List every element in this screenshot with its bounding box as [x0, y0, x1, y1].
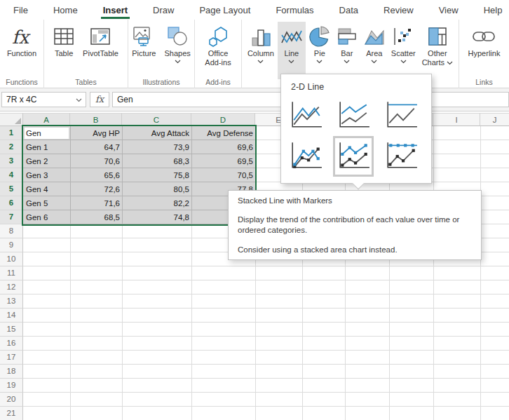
- cell[interactable]: 73,9: [123, 140, 189, 154]
- chevron-down-icon[interactable]: [371, 60, 377, 64]
- chevron-down-icon[interactable]: [288, 60, 294, 64]
- chevron-down-icon[interactable]: [257, 60, 264, 64]
- row-header-11[interactable]: 11: [0, 266, 23, 280]
- chevron-down-icon[interactable]: [447, 61, 453, 65]
- row-header-7[interactable]: 7: [0, 210, 23, 224]
- tab-review[interactable]: Review: [381, 0, 416, 20]
- row-header-20[interactable]: 20: [0, 393, 23, 407]
- cell[interactable]: Avg HP: [72, 126, 120, 140]
- column-header-d[interactable]: D: [191, 113, 255, 126]
- row-header-9[interactable]: 9: [0, 238, 23, 252]
- cell[interactable]: Gen 2: [26, 154, 68, 168]
- cell[interactable]: 71,6: [72, 196, 120, 210]
- stacked-line-with-markers-thumb[interactable]: [337, 140, 371, 171]
- column-header-b[interactable]: B: [70, 113, 122, 126]
- chevron-down-icon[interactable]: [344, 60, 350, 64]
- bar-chart-button[interactable]: Bar: [334, 22, 360, 79]
- group-links: Hyperlink Links: [459, 20, 509, 88]
- name-box-chevron-icon[interactable]: [76, 98, 82, 102]
- shapes-button[interactable]: Shapes: [161, 22, 193, 79]
- tab-page-layout[interactable]: Page Layout: [197, 0, 252, 20]
- row-header-1[interactable]: 1: [0, 126, 23, 140]
- line-with-markers-thumb[interactable]: [290, 140, 323, 171]
- area-chart-button[interactable]: Area: [361, 22, 388, 79]
- cell[interactable]: Gen 6: [26, 210, 68, 224]
- stacked-line-thumb[interactable]: [337, 100, 371, 130]
- chevron-down-icon[interactable]: [175, 60, 181, 64]
- cell[interactable]: Avg Attack: [123, 126, 189, 140]
- cell[interactable]: 68,3: [123, 154, 189, 168]
- hyperlink-button[interactable]: Hyperlink: [466, 22, 503, 79]
- row-header-19[interactable]: 19: [0, 379, 23, 393]
- tab-help[interactable]: Help: [482, 0, 505, 20]
- cell[interactable]: Avg Defense: [193, 126, 253, 140]
- 100-stacked-line-with-markers-thumb[interactable]: [385, 140, 419, 171]
- cell[interactable]: Gen: [26, 126, 68, 140]
- row-header-12[interactable]: 12: [0, 280, 23, 294]
- tab-draw[interactable]: Draw: [151, 0, 176, 20]
- office-addins-button[interactable]: Office Add-ins: [202, 22, 233, 79]
- cell[interactable]: Gen 1: [26, 140, 68, 154]
- row-header-6[interactable]: 6: [0, 196, 23, 210]
- function-button[interactable]: fx Function: [4, 22, 39, 79]
- cell[interactable]: 82,2: [123, 196, 189, 210]
- row-header-15[interactable]: 15: [0, 323, 23, 337]
- line-thumb[interactable]: [290, 100, 323, 130]
- tab-formulas[interactable]: Formulas: [273, 0, 315, 20]
- cell[interactable]: Gen 5: [26, 196, 68, 210]
- column-header-i[interactable]: I: [433, 113, 480, 126]
- cell[interactable]: 69,6: [193, 140, 253, 154]
- cell[interactable]: 74,8: [123, 210, 189, 224]
- row-header-13[interactable]: 13: [0, 294, 23, 309]
- row-header-21[interactable]: 21: [0, 407, 23, 420]
- row-header-5[interactable]: 5: [0, 182, 23, 196]
- row-header-14[interactable]: 14: [0, 309, 23, 323]
- picture-button[interactable]: Picture: [129, 22, 158, 79]
- cell[interactable]: 68,5: [72, 210, 120, 224]
- scatter-chart-button[interactable]: Scatter: [388, 22, 419, 79]
- column-header-a[interactable]: A: [23, 113, 70, 126]
- column-header-j[interactable]: J: [480, 113, 509, 126]
- select-all-corner[interactable]: [0, 113, 23, 126]
- row-header-10[interactable]: 10: [0, 252, 23, 266]
- row-header-18[interactable]: 18: [0, 365, 23, 379]
- cell[interactable]: 70,6: [72, 154, 120, 168]
- other-charts-icon: [427, 24, 448, 49]
- cell[interactable]: 75,8: [123, 168, 189, 182]
- other-charts-button[interactable]: Other Charts: [419, 22, 456, 79]
- cell[interactable]: Gen 3: [26, 168, 68, 182]
- line-chart-dropdown: 2-D Line: [280, 74, 432, 184]
- line-chart-button[interactable]: Line: [278, 22, 306, 79]
- chevron-down-icon[interactable]: [400, 60, 407, 64]
- table-button[interactable]: Table: [50, 22, 77, 79]
- row-header-16[interactable]: 16: [0, 337, 23, 351]
- tab-view[interactable]: View: [437, 0, 461, 20]
- cell[interactable]: 72,6: [72, 182, 120, 196]
- row-header-8[interactable]: 8: [0, 224, 23, 238]
- tooltip-note: Consider using a stacked area chart inst…: [238, 245, 472, 255]
- 100-stacked-line-thumb[interactable]: [385, 100, 419, 130]
- group-tables: Table PivotTable Tables: [44, 20, 128, 88]
- row-header-3[interactable]: 3: [0, 154, 23, 168]
- pivottable-button[interactable]: PivotTable: [80, 22, 121, 79]
- tab-insert[interactable]: Insert: [101, 0, 130, 20]
- insert-function-button[interactable]: fx: [90, 92, 109, 107]
- name-box[interactable]: [1, 92, 86, 107]
- row-header-17[interactable]: 17: [0, 351, 23, 365]
- tab-file[interactable]: File: [11, 0, 30, 20]
- cell[interactable]: 65,6: [72, 168, 120, 182]
- cell[interactable]: 80,5: [123, 182, 189, 196]
- chevron-down-icon[interactable]: [316, 60, 323, 64]
- column-header-c[interactable]: C: [122, 113, 191, 126]
- cell[interactable]: 69,5: [193, 154, 253, 168]
- cell[interactable]: Gen 4: [26, 182, 68, 196]
- cell[interactable]: 70,5: [193, 168, 253, 182]
- column-chart-button[interactable]: Column: [245, 22, 277, 79]
- cell[interactable]: 64,7: [72, 140, 120, 154]
- row-header-2[interactable]: 2: [0, 140, 23, 154]
- tab-home[interactable]: Home: [51, 0, 80, 20]
- pie-chart-button[interactable]: Pie: [306, 22, 333, 79]
- row-header-4[interactable]: 4: [0, 168, 23, 182]
- group-label-addins: Add-ins: [195, 78, 241, 86]
- tab-data[interactable]: Data: [337, 0, 360, 20]
